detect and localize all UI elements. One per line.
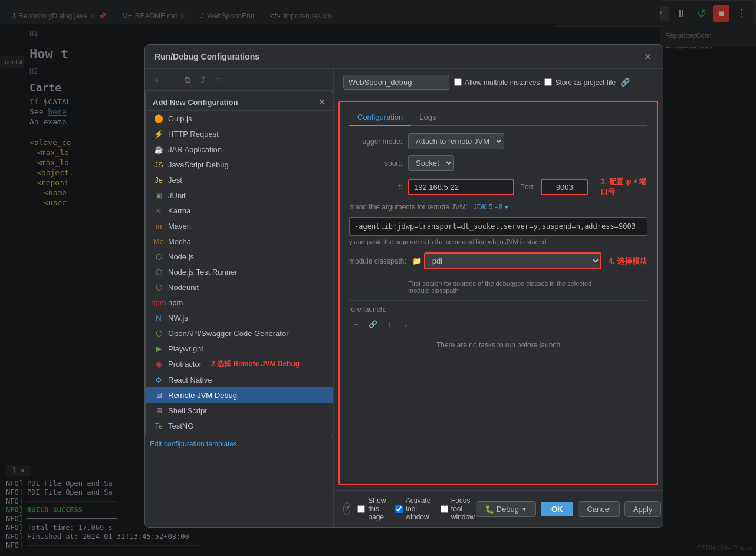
before-launch-empty-message: There are no tasks to run before launch	[349, 335, 647, 355]
config-panel: + − ⧉ ⤴ ≡ Add New Configuration ✕ 🟠 Gulp…	[145, 69, 334, 527]
dialog-title: Run/Debug Configurations	[155, 52, 259, 61]
activate-window-label: Activate tool window	[406, 496, 433, 521]
show-page-checkbox[interactable]	[357, 505, 365, 513]
focus-window-label: Focus tool window	[451, 496, 476, 521]
config-item-playwright[interactable]: ▶ Playwright	[146, 341, 333, 356]
remote-jvm-icon: 🖥	[154, 390, 163, 400]
config-item-protractor-wrapper: ◉ Protractor 2.选择 Remote JVM Debug	[146, 356, 333, 372]
config-form-body: Configuration Logs ugger mode: Attach to…	[338, 101, 658, 485]
tab-configuration[interactable]: Configuration	[349, 109, 411, 126]
config-item-jsdebug[interactable]: JS JavaScript Debug	[146, 157, 333, 172]
config-item-jar[interactable]: ☕ JAR Application	[146, 142, 333, 157]
store-icon: 🔗	[620, 78, 630, 87]
form-tabs: Configuration Logs	[349, 109, 647, 126]
apply-button[interactable]: Apply	[624, 501, 662, 517]
sort-config-button[interactable]: ≡	[211, 73, 225, 87]
module-folder-icon: 📁	[412, 256, 422, 265]
config-item-protractor[interactable]: ◉ Protractor 2.选择 Remote JVM Debug	[146, 356, 333, 372]
host-input[interactable]	[408, 179, 514, 195]
module-select[interactable]: pdi	[424, 252, 601, 269]
config-item-mocha[interactable]: Mo Mocha	[146, 233, 333, 249]
port-label: Port:	[520, 183, 535, 191]
activate-window-check[interactable]: Activate tool window	[395, 496, 433, 521]
footer-right: 🐛 Debug ▼ OK Cancel Apply	[476, 501, 662, 517]
move-config-button[interactable]: ⤴	[196, 73, 210, 87]
bl-down-button[interactable]: ↓	[399, 317, 413, 331]
dialog-footer: ? Show this page Activate tool window Fo…	[334, 490, 663, 527]
allow-multiple-checkbox[interactable]	[454, 78, 462, 86]
step4-annotation: 4. 选择模块	[609, 256, 647, 267]
config-item-jest[interactable]: Je Jest	[146, 172, 333, 187]
config-item-nodejs-test[interactable]: ⬡ Node.js Test Runner	[146, 264, 333, 279]
config-item-testng[interactable]: Te TestNG	[146, 418, 333, 433]
config-item-nodeunit[interactable]: ⬡ Nodeunit	[146, 279, 333, 295]
add-config-button[interactable]: +	[150, 73, 164, 87]
react-native-icon: ⚙	[154, 375, 163, 384]
host-label: t:	[349, 183, 402, 191]
config-item-nodejs[interactable]: ⬡ Node.js	[146, 249, 333, 264]
bl-minus-button[interactable]: −	[349, 317, 363, 331]
add-new-close-button[interactable]: ✕	[318, 97, 326, 107]
before-launch-section: fore launch: − 🔗 ↑ ↓ There are no tasks …	[349, 300, 647, 355]
show-page-check[interactable]: Show this page	[357, 496, 387, 521]
bl-up-button[interactable]: ↑	[382, 317, 396, 331]
config-item-shell[interactable]: 🖥 Shell Script	[146, 403, 333, 418]
focus-window-checkbox[interactable]	[441, 505, 448, 513]
debug-button[interactable]: 🐛 Debug ▼	[476, 501, 536, 517]
edit-config-templates-link[interactable]: Edit configuration templates...	[145, 436, 333, 452]
step2-annotation: 2.选择 Remote JVM Debug	[211, 359, 300, 369]
nodejs-icon: ⬡	[154, 252, 163, 261]
nodejs-test-icon: ⬡	[154, 267, 163, 277]
debugger-mode-label: ugger mode:	[349, 137, 402, 146]
config-item-nwjs[interactable]: N NW.js	[146, 310, 333, 325]
gulp-icon: 🟠	[154, 114, 163, 123]
config-item-http[interactable]: ⚡ HTTP Request	[146, 126, 333, 142]
transport-row: sport: Socket	[349, 155, 647, 171]
module-label: module classpath:	[349, 257, 406, 265]
cancel-button[interactable]: Cancel	[578, 501, 619, 517]
allow-multiple-label: Allow multiple instances	[465, 78, 540, 87]
before-launch-title: fore launch:	[349, 305, 647, 314]
transport-select[interactable]: Socket	[408, 155, 454, 171]
config-name-input[interactable]	[343, 75, 449, 90]
add-new-config-dropdown: Add New Configuration ✕ 🟠 Gulp.js ⚡ HTTP…	[145, 91, 333, 436]
allow-multiple-check[interactable]: Allow multiple instances	[454, 78, 540, 87]
debug-dropdown-icon[interactable]: ▼	[521, 506, 527, 512]
debug-label: Debug	[497, 505, 519, 514]
close-icon: ✕	[644, 51, 652, 62]
dialog-close-button[interactable]: ✕	[642, 51, 653, 62]
debugger-mode-select[interactable]: Attach to remote JVM	[408, 133, 504, 149]
activate-window-checkbox[interactable]	[395, 505, 403, 513]
tab-logs[interactable]: Logs	[411, 109, 444, 126]
transport-label: sport:	[349, 159, 402, 167]
nodeunit-icon: ⬡	[154, 282, 163, 292]
ok-button[interactable]: OK	[541, 502, 574, 516]
config-item-gulp[interactable]: 🟠 Gulp.js	[146, 111, 333, 126]
bl-link-button[interactable]: 🔗	[366, 317, 380, 331]
nwjs-icon: N	[154, 313, 163, 323]
host-port-row: t: Port: 3. 配置 ip + 端口号	[349, 177, 647, 197]
config-item-karma[interactable]: K Karma	[146, 203, 333, 218]
cmdline-hint: y and paste the arguments to the command…	[349, 238, 647, 245]
debugger-mode-row: ugger mode: Attach to remote JVM	[349, 133, 647, 149]
dialog-header: Run/Debug Configurations ✕	[145, 45, 663, 69]
copy-config-button[interactable]: ⧉	[180, 73, 195, 87]
config-item-maven[interactable]: m Maven	[146, 218, 333, 233]
port-input[interactable]	[541, 179, 588, 195]
jdk-link[interactable]: JDK 5 - 8 ▾	[474, 203, 508, 211]
store-as-project-checkbox[interactable]	[544, 78, 552, 86]
focus-window-check[interactable]: Focus tool window	[441, 496, 476, 521]
jdk-row: mand line arguments for remote JVM: JDK …	[349, 203, 647, 211]
module-row: module classpath: 📁 pdi 4. 选择模块 First se…	[349, 252, 647, 294]
config-item-openapi[interactable]: ⬡ OpenAPI/Swagger Code Generator	[146, 325, 333, 341]
playwright-icon: ▶	[154, 344, 163, 353]
config-item-junit[interactable]: ▣ JUnit	[146, 187, 333, 203]
remove-config-button[interactable]: −	[165, 73, 179, 87]
store-as-project-check[interactable]: Store as project file	[544, 78, 616, 87]
config-item-remote-jvm[interactable]: 🖥 Remote JVM Debug	[146, 387, 333, 403]
form-panel: Allow multiple instances Store as projec…	[334, 69, 663, 527]
config-item-npm[interactable]: npm npm	[146, 295, 333, 310]
help-button[interactable]: ?	[343, 502, 350, 515]
config-item-react-native[interactable]: ⚙ React Native	[146, 372, 333, 387]
cmdline-args-box: -agentlib:jdwp=transport=dt_socket,serve…	[349, 217, 647, 236]
